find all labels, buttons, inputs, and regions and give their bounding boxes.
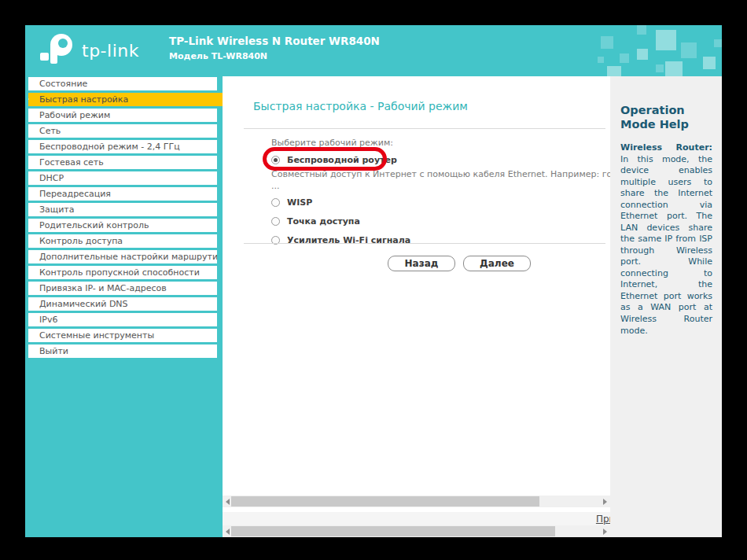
sidebar-item-label: Быстрая настройка: [39, 94, 128, 105]
sidebar-item-label: Защита: [39, 204, 74, 215]
sidebar-item-label: Рабочий режим: [39, 110, 110, 120]
radio-button[interactable]: [271, 217, 280, 226]
help-body-text: In this mode, the device enables multipl…: [620, 154, 712, 336]
mode-option-description: Совместный доступ к Интернет с помощью к…: [271, 169, 610, 179]
device-model: Модель TL-WR840N: [169, 51, 380, 61]
sidebar-item-label: Системные инструменты: [39, 330, 154, 341]
sidebar-item[interactable]: Контроль пропускной способности: [28, 266, 217, 279]
footer-frame: Прил: [223, 512, 610, 537]
mode-option[interactable]: Усилитель Wi-Fi сигнала: [271, 232, 610, 248]
router-admin-window: tp-link TP-Link Wireless N Router WR840N…: [25, 25, 722, 537]
scroll-right-arrow-icon[interactable]: [603, 499, 607, 505]
sidebar-item-label: Контроль пропускной способности: [39, 267, 200, 278]
mode-option-label: Беспроводной роутер: [287, 155, 397, 165]
scroll-left-arrow-icon[interactable]: [226, 499, 230, 505]
sidebar-item[interactable]: Переадресация: [28, 187, 217, 201]
sidebar-item-label: Сеть: [39, 126, 61, 136]
help-title: Operation Mode Help: [620, 103, 712, 131]
deco-square: [681, 42, 697, 58]
mode-prompt-label: Выберите рабочий режим:: [271, 138, 393, 148]
deco-square: [598, 57, 604, 63]
sidebar-item-label: IPv6: [39, 315, 57, 325]
tplink-logo: tp-link: [39, 31, 139, 69]
sidebar-item[interactable]: Выйти: [28, 344, 217, 358]
deco-square: [714, 39, 722, 47]
mode-option-label: Точка доступа: [287, 216, 360, 227]
header-titles: TP-Link Wireless N Router WR840N Модель …: [169, 35, 380, 61]
footer-horizontal-scrollbar[interactable]: [223, 525, 610, 537]
tplink-logo-text: tp-link: [82, 41, 139, 61]
device-title: TP-Link Wireless N Router WR840N: [169, 35, 380, 47]
sidebar-item-label: Состояние: [39, 79, 87, 89]
next-button[interactable]: Далее: [463, 256, 531, 271]
sidebar-item-label: Беспроводной режим - 2,4 ГГц: [39, 142, 180, 152]
mode-option[interactable]: Беспроводной роутер: [271, 152, 610, 168]
sidebar-item-label: Дополнительные настройки маршрутизации: [39, 252, 217, 262]
sidebar-item-label: Родительский контроль: [39, 220, 149, 230]
sidebar-item[interactable]: Контроль доступа: [28, 234, 217, 248]
tplink-logo-icon: [39, 31, 75, 69]
sidebar-item[interactable]: Быстрая настройка: [28, 93, 223, 106]
active-item-notch-icon: [28, 96, 29, 102]
sidebar-item[interactable]: Сеть: [28, 124, 217, 138]
scroll-left-arrow-icon[interactable]: [226, 529, 230, 535]
help-panel: Operation Mode Help Wireless Router: In …: [610, 76, 722, 537]
deco-square: [656, 30, 676, 50]
page-title: Быстрая настройка - Рабочий режим: [253, 100, 468, 112]
deco-square: [607, 66, 621, 76]
sidebar-item-label: Привязка IP- и MAC-адресов: [39, 283, 167, 293]
deco-square: [656, 64, 664, 72]
back-button[interactable]: Назад: [388, 256, 455, 271]
header-decoration: [588, 25, 722, 76]
sidebar-item[interactable]: Рабочий режим: [28, 109, 217, 122]
sidebar-item[interactable]: Гостевая сеть: [28, 156, 217, 169]
main-horizontal-scrollbar[interactable]: [223, 496, 610, 507]
sidebar-item-label: Гостевая сеть: [39, 157, 104, 168]
deco-square: [637, 49, 648, 60]
sidebar-item-label: Переадресация: [39, 189, 111, 199]
sidebar-item-label: DHCP: [39, 173, 64, 183]
sidebar-item[interactable]: Дополнительные настройки маршрутизации: [28, 250, 217, 263]
footer-link-row: Прил: [223, 512, 610, 525]
sidebar-item[interactable]: Беспроводной режим - 2,4 ГГц: [28, 140, 217, 153]
deco-square: [620, 53, 629, 63]
radio-button[interactable]: [271, 156, 280, 164]
mode-options: Беспроводной роутерСовместный доступ к И…: [271, 152, 610, 248]
deco-square: [665, 61, 683, 76]
sidebar-item[interactable]: Динамический DNS: [28, 297, 217, 311]
sidebar-item[interactable]: Привязка IP- и MAC-адресов: [28, 282, 217, 295]
deco-square: [601, 36, 613, 49]
sidebar-item-label: Контроль доступа: [39, 236, 123, 246]
mode-option-label: WISP: [287, 197, 312, 208]
sidebar-item[interactable]: Состояние: [28, 77, 217, 90]
sidebar-item[interactable]: Родительский контроль: [28, 219, 217, 232]
sidebar-item[interactable]: IPv6: [28, 313, 217, 326]
main-frame: Быстрая настройка - Рабочий режим Выбери…: [223, 76, 610, 537]
mode-option-description: ...: [271, 181, 610, 191]
radio-button[interactable]: [271, 198, 280, 207]
sidebar-item[interactable]: DHCP: [28, 171, 217, 185]
mode-option[interactable]: WISP: [271, 194, 610, 210]
scroll-right-arrow-icon[interactable]: [603, 529, 607, 535]
divider: [244, 128, 605, 129]
deco-square: [703, 57, 716, 69]
sidebar-item-label: Динамический DNS: [39, 299, 128, 309]
mode-option[interactable]: Точка доступа: [271, 213, 610, 229]
app-header: tp-link TP-Link Wireless N Router WR840N…: [25, 25, 722, 76]
scrollbar-thumb[interactable]: [231, 526, 555, 536]
sidebar-item-label: Выйти: [39, 346, 68, 356]
sidebar-item[interactable]: Системные инструменты: [28, 329, 217, 342]
sidebar-item[interactable]: Защита: [28, 203, 217, 216]
main-content: Быстрая настройка - Рабочий режим Выбери…: [223, 76, 610, 496]
footer-link[interactable]: Прил: [596, 514, 610, 525]
sidebar-menu: СостояниеБыстрая настройкаРабочий режимС…: [25, 76, 223, 537]
deco-square: [637, 25, 646, 35]
scrollbar-thumb[interactable]: [231, 496, 539, 507]
divider: [244, 243, 605, 244]
help-body: Wireless Router: In this mode, the devic…: [620, 142, 712, 337]
help-body-lead: Wireless Router:: [620, 142, 712, 153]
